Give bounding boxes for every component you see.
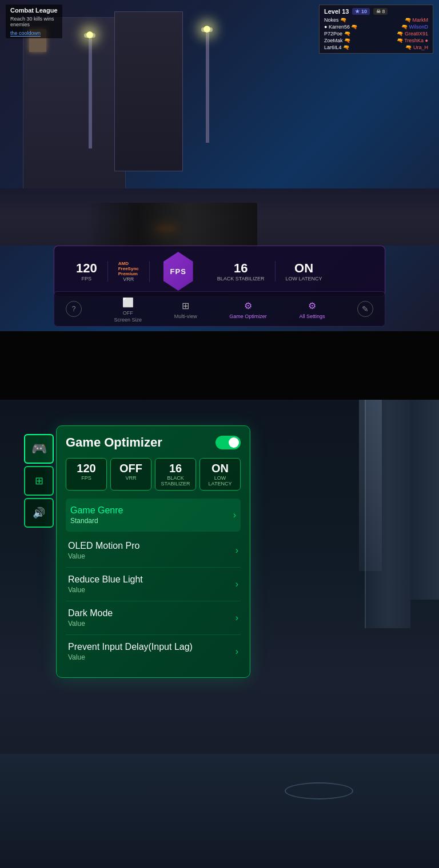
opt-vrr-value: OFF: [115, 462, 146, 475]
reduce-blue-chevron: ›: [236, 579, 238, 589]
menu-item-game-genre[interactable]: Game Genre Standard ›: [66, 499, 241, 532]
hud-level-row: Level 13 ★ 10 ☠ 8: [324, 8, 428, 15]
game-optimizer-icon: ⚙: [241, 299, 255, 312]
sidebar-grid-button[interactable]: ⊞: [24, 466, 54, 496]
optimizer-stats-bar: 120 FPS OFF VRR 16 Black Stabilizer ON L…: [66, 458, 241, 491]
hud-top: Combat League Reach 30 kills wins enemie…: [0, 5, 439, 54]
opt-vrr-label: VRR: [115, 475, 146, 481]
game-optimizer-nav[interactable]: ⚙ Game Optimizer: [229, 299, 267, 319]
opt-latency-box: ON Low Latency: [199, 458, 241, 491]
dark-mode-chevron: ›: [236, 613, 238, 623]
oled-motion-chevron: ›: [236, 545, 238, 556]
dark-mode-title: Dark Mode: [68, 608, 113, 618]
all-settings-nav[interactable]: ⚙ All Settings: [299, 299, 325, 319]
fps-label: FPS: [82, 276, 92, 282]
optimizer-toggle[interactable]: [215, 436, 241, 449]
hud-right-panel: Level 13 ★ 10 ☠ 8 Nokes 🔫 🔫 MarkM ● Karr…: [319, 5, 433, 54]
grid-icon: ⊞: [35, 475, 43, 487]
kill-info: Reach 30 kills wins: [10, 16, 58, 22]
volume-icon: 🔊: [33, 507, 45, 519]
reduce-blue-value: Value: [68, 586, 143, 594]
optimizer-menu: Game Genre Standard › OLED Motion Pro Va…: [66, 499, 241, 668]
latency-label: Low Latency: [286, 276, 322, 282]
black-stab-stat: 16 Black Stabilizer: [207, 261, 276, 282]
player-row: Nokes 🔫 🔫 MarkM: [324, 17, 428, 23]
circular-element: [285, 782, 353, 799]
fps-center-hex: FPS: [150, 252, 207, 291]
opt-black-label: Black Stabilizer: [160, 475, 191, 487]
gamepad-icon: 🎮: [31, 441, 47, 456]
fps-value: 120: [76, 261, 97, 276]
latency-value: ON: [294, 261, 313, 276]
screen-size-value: OFF: [123, 310, 133, 316]
player-row: Lar6IL4 🔫 🔫 Ura_H: [324, 45, 428, 50]
menu-item-oled-motion[interactable]: OLED Motion Pro Value ›: [66, 534, 241, 568]
player-row: P72Poe 🔫 🔫 GreatIX91: [324, 31, 428, 37]
reduce-blue-title: Reduce Blue Light: [68, 574, 143, 585]
cooldown-label: the cooldown: [10, 30, 41, 37]
multi-view-label: Multi-view: [174, 314, 197, 319]
top-game-section: Combat League Reach 30 kills wins enemie…: [0, 0, 439, 331]
stone-pillar-right: [410, 400, 439, 600]
star-badge: ★ 10: [352, 8, 370, 15]
game-genre-chevron: ›: [233, 510, 236, 520]
enemy-label: enemies: [10, 22, 58, 27]
opt-latency-value: ON: [205, 462, 236, 475]
divider: [0, 331, 439, 400]
prevent-input-title: Prevent Input Delay(Input Lag): [68, 642, 193, 652]
latency-stat: ON Low Latency: [276, 261, 333, 282]
multi-view-nav[interactable]: ⊞ Multi-view: [174, 299, 197, 319]
waterfall-effect: [359, 400, 382, 571]
help-button[interactable]: ?: [66, 301, 82, 317]
player-row: ● Karren56 🔫 🔫 WilsonD: [324, 24, 428, 30]
black-stab-label: Black Stabilizer: [217, 276, 265, 282]
menu-item-prevent-input[interactable]: Prevent Input Delay(Input Lag) Value ›: [66, 635, 241, 668]
game-genre-title: Game Genre: [70, 505, 123, 516]
all-settings-label: All Settings: [299, 314, 325, 319]
sidebar-gamepad-button[interactable]: 🎮: [24, 434, 54, 464]
game-genre-value: Standard: [70, 517, 123, 525]
screen-size-icon: ⬜: [121, 295, 135, 309]
menu-item-reduce-blue[interactable]: Reduce Blue Light Value ›: [66, 568, 241, 601]
opt-fps-label: FPS: [71, 475, 102, 481]
multi-view-icon: ⊞: [179, 299, 193, 312]
black-stab-value: 16: [234, 261, 248, 276]
fps-hex-shape: FPS: [161, 252, 195, 291]
fps-stat: 120 FPS: [66, 261, 108, 282]
prevent-input-value: Value: [68, 653, 193, 661]
dark-mode-value: Value: [68, 620, 113, 628]
opt-latency-label: Low Latency: [205, 475, 236, 487]
all-settings-icon: ⚙: [305, 299, 319, 312]
skull-badge: ☠ 8: [373, 8, 388, 15]
menu-item-dark-mode[interactable]: Dark Mode Value ›: [66, 601, 241, 635]
optimizer-title: Game Optimizer: [66, 435, 162, 450]
optimizer-panel: Game Optimizer 120 FPS OFF VRR 16 Black …: [56, 425, 250, 678]
opt-fps-value: 120: [71, 462, 102, 475]
weapon-silhouette: [86, 203, 257, 248]
level-label: Level 13: [324, 8, 349, 15]
ground-bottom: [0, 754, 439, 868]
opt-vrr-box: OFF VRR: [110, 458, 151, 491]
prevent-input-chevron: ›: [236, 646, 238, 657]
game-optimizer-label: Game Optimizer: [229, 314, 267, 319]
player-list: Nokes 🔫 🔫 MarkM ● Karren56 🔫 🔫 WilsonD P…: [324, 17, 428, 50]
vrr-stat: AMDFreeSyncPremium VRR: [108, 261, 150, 282]
opt-fps-box: 120 FPS: [66, 458, 107, 491]
game-overlay-bar: 120 FPS AMDFreeSyncPremium VRR FPS 16 Bl…: [54, 246, 385, 297]
game-nav-bar: ? ⬜ OFF Screen Size ⊞ Multi-view ⚙ Game …: [54, 291, 385, 327]
oled-motion-value: Value: [68, 552, 139, 560]
player-row: ZoeMak 🔫 🔫 TreshKa ●: [324, 38, 428, 43]
game-mode-label: Combat League: [10, 7, 58, 14]
oled-motion-title: OLED Motion Pro: [68, 541, 139, 551]
hud-left-info: Combat League Reach 30 kills wins enemie…: [6, 5, 62, 38]
screen-size-nav[interactable]: ⬜ OFF Screen Size: [114, 295, 142, 323]
opt-black-box: 16 Black Stabilizer: [155, 458, 196, 491]
bottom-game-section: 🎮 ⊞ 🔊 Game Optimizer 120 FPS OFF VRR 16: [0, 400, 439, 868]
fps-center-label: FPS: [170, 267, 186, 276]
sidebar-volume-button[interactable]: 🔊: [24, 498, 54, 528]
edit-button[interactable]: ✎: [357, 301, 373, 317]
optimizer-header: Game Optimizer: [66, 435, 241, 450]
sidebar: 🎮 ⊞ 🔊: [24, 434, 54, 528]
screen-size-label: Screen Size: [114, 317, 142, 323]
opt-black-value: 16: [160, 462, 191, 475]
